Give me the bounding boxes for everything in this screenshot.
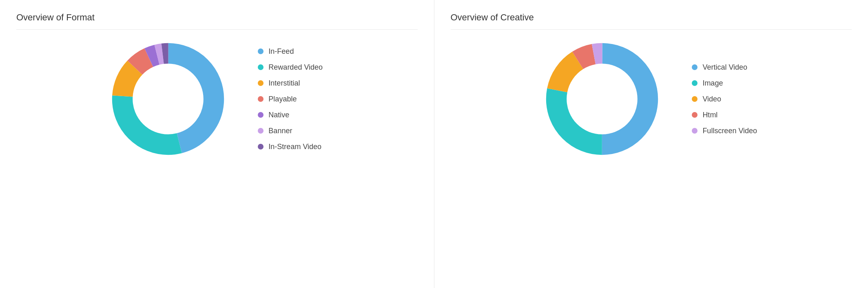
legend-label-rewarded: Rewarded Video [268, 63, 323, 72]
legend-dot-image [692, 80, 698, 86]
legend-item-playable: Playable [258, 95, 323, 103]
legend-label-infeed: In-Feed [268, 47, 294, 56]
legend-dot-instream [258, 144, 264, 149]
legend-item-image: Image [692, 79, 757, 88]
format-chart-area: In-Feed Rewarded Video Interstitial Play… [16, 42, 418, 156]
legend-label-playable: Playable [268, 95, 297, 103]
creative-chart-area: Vertical Video Image Video Html Fullscre… [451, 42, 852, 156]
legend-item-interstitial: Interstitial [258, 79, 323, 88]
format-donut [111, 42, 225, 156]
legend-label-fullscreen: Fullscreen Video [702, 127, 757, 135]
legend-item-fullscreen: Fullscreen Video [692, 127, 757, 135]
creative-title: Overview of Creative [451, 12, 852, 30]
legend-item-instream: In-Stream Video [258, 143, 323, 151]
format-title: Overview of Format [16, 12, 418, 30]
format-donut-svg [111, 42, 225, 156]
legend-label-html: Html [702, 111, 717, 119]
legend-label-native: Native [268, 111, 289, 119]
legend-dot-infeed [258, 48, 264, 54]
legend-item-infeed: In-Feed [258, 47, 323, 56]
legend-dot-banner [258, 128, 264, 134]
legend-dot-video [692, 96, 698, 102]
legend-item-vertical-video: Vertical Video [692, 63, 757, 72]
legend-label-banner: Banner [268, 127, 292, 135]
legend-dot-fullscreen [692, 128, 698, 134]
legend-label-video: Video [702, 95, 721, 103]
creative-donut-svg [545, 42, 659, 156]
legend-dot-native [258, 112, 264, 118]
legend-dot-rewarded [258, 64, 264, 70]
creative-panel: Overview of Creative Vertical Video [434, 0, 868, 288]
format-panel: Overview of Format [0, 0, 434, 288]
legend-label-image: Image [702, 79, 723, 88]
legend-label-instream: In-Stream Video [268, 143, 321, 151]
legend-label-vertical-video: Vertical Video [702, 63, 747, 72]
creative-donut [545, 42, 659, 156]
legend-label-interstitial: Interstitial [268, 79, 300, 88]
legend-item-native: Native [258, 111, 323, 119]
creative-legend: Vertical Video Image Video Html Fullscre… [692, 63, 757, 135]
format-legend: In-Feed Rewarded Video Interstitial Play… [258, 47, 323, 151]
legend-item-html: Html [692, 111, 757, 119]
legend-item-rewarded: Rewarded Video [258, 63, 323, 72]
legend-dot-interstitial [258, 80, 264, 86]
legend-item-video: Video [692, 95, 757, 103]
legend-dot-playable [258, 96, 264, 102]
legend-dot-html [692, 112, 698, 118]
legend-item-banner: Banner [258, 127, 323, 135]
legend-dot-vertical-video [692, 64, 698, 70]
